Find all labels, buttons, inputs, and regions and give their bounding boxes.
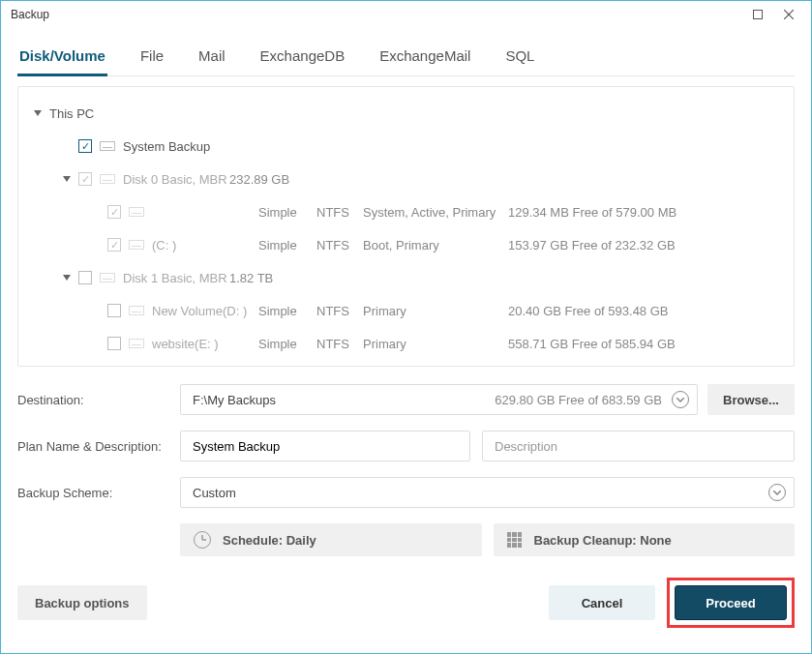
disk-icon <box>129 339 144 348</box>
tab-file[interactable]: File <box>138 42 165 75</box>
disk-icon <box>129 207 144 217</box>
checkbox-disk0-vol2[interactable] <box>107 238 121 252</box>
svg-rect-0 <box>754 11 763 19</box>
plan-name-row: Plan Name & Description: <box>17 431 795 461</box>
vol-name: (C: ) <box>152 238 258 253</box>
backup-scheme-field[interactable]: Custom <box>180 477 795 508</box>
collapse-icon[interactable] <box>61 272 73 283</box>
disk-icon <box>100 174 115 184</box>
checkbox-disk0[interactable] <box>78 172 92 186</box>
disk0-size: 232.89 GB <box>229 172 307 187</box>
vol-type: Simple <box>258 205 316 220</box>
maximize-button[interactable] <box>743 4 772 25</box>
disk-icon <box>129 306 144 315</box>
plan-name-label: Plan Name & Description: <box>17 439 180 454</box>
proceed-highlight: Proceed <box>667 578 795 628</box>
vol-free: 20.40 GB Free of 593.48 GB <box>508 304 784 318</box>
system-backup-label: System Backup <box>123 139 210 154</box>
disk-icon <box>129 240 144 250</box>
backup-options-button[interactable]: Backup options <box>17 585 147 620</box>
tab-exchangemail[interactable]: ExchangeMail <box>377 42 472 75</box>
vol-name: New Volume(D: ) <box>152 304 258 318</box>
vol-type: Simple <box>258 304 316 318</box>
disk-icon <box>100 273 115 282</box>
vol-fs: NTFS <box>316 205 363 220</box>
schedule-label: Schedule: Daily <box>223 533 316 548</box>
destination-free-space: 629.80 GB Free of 683.59 GB <box>495 393 662 407</box>
tree-node-disk0[interactable]: Disk 0 Basic, MBR 232.89 GB <box>32 163 784 195</box>
tab-mail[interactable]: Mail <box>196 42 227 75</box>
titlebar: Backup <box>1 1 811 28</box>
proceed-button[interactable]: Proceed <box>675 585 787 620</box>
plan-description-input[interactable] <box>482 431 795 461</box>
tree-node-disk1[interactable]: Disk 1 Basic, MBR 1.82 TB <box>32 261 784 294</box>
window-title: Backup <box>11 8 49 21</box>
calendar-icon <box>507 532 523 548</box>
checkbox-disk1-vol2[interactable] <box>107 337 121 350</box>
footer: Backup options Cancel Proceed <box>17 578 795 628</box>
schedule-cleanup-row: Schedule: Daily Backup Cleanup: None <box>180 523 795 556</box>
tree-node-system-backup[interactable]: System Backup <box>32 130 784 163</box>
titlebar-controls <box>743 4 803 25</box>
collapse-icon[interactable] <box>61 173 73 185</box>
destination-row: Destination: F:\My Backups 629.80 GB Fre… <box>17 384 795 415</box>
schedule-button[interactable]: Schedule: Daily <box>180 523 482 556</box>
backup-window: Backup Disk/Volume File Mail ExchangeDB … <box>0 0 812 654</box>
browse-button[interactable]: Browse... <box>707 384 795 415</box>
source-tree-scroll[interactable]: This PC System Backup Disk 0 Basic, MBR … <box>18 87 794 366</box>
clock-icon <box>194 531 211 549</box>
vol-free: 153.97 GB Free of 232.32 GB <box>508 238 784 253</box>
destination-value: F:\My Backups <box>193 393 276 407</box>
vol-free: 558.71 GB Free of 585.94 GB <box>508 337 784 351</box>
tree-node-disk1-vol2[interactable]: website(E: ) Simple NTFS Primary 558.71 … <box>32 327 784 360</box>
collapse-icon[interactable] <box>32 107 44 119</box>
plan-name-input[interactable] <box>180 431 470 461</box>
vol-desc: Primary <box>363 304 508 318</box>
cancel-button[interactable]: Cancel <box>549 585 655 620</box>
checkbox-disk1-vol1[interactable] <box>107 304 121 317</box>
tab-sql[interactable]: SQL <box>503 42 536 75</box>
chevron-down-icon[interactable] <box>672 391 689 408</box>
tree-node-disk1-vol3[interactable]: New Volume(F: ) Simple NTFS Primary 629.… <box>32 360 784 366</box>
disk-icon <box>100 141 115 151</box>
tab-disk-volume[interactable]: Disk/Volume <box>17 42 107 76</box>
vol-fs: NTFS <box>316 238 363 253</box>
destination-field[interactable]: F:\My Backups 629.80 GB Free of 683.59 G… <box>180 384 698 415</box>
checkbox-disk1[interactable] <box>78 271 92 284</box>
vol-fs: NTFS <box>316 337 363 351</box>
chevron-down-icon[interactable] <box>768 484 786 501</box>
disk0-name: Disk 0 Basic, MBR <box>123 172 229 187</box>
backup-scheme-label: Backup Scheme: <box>17 486 180 500</box>
tree-node-disk0-vol2[interactable]: (C: ) Simple NTFS Boot, Primary 153.97 G… <box>32 228 784 261</box>
maximize-icon <box>753 10 763 19</box>
backup-scheme-row: Backup Scheme: Custom <box>17 477 795 508</box>
checkbox-disk0-vol1[interactable] <box>107 205 121 219</box>
svg-marker-4 <box>63 176 71 182</box>
tree-node-this-pc[interactable]: This PC <box>32 97 784 130</box>
backup-scheme-value: Custom <box>193 486 236 500</box>
checkbox-system-backup[interactable] <box>78 139 92 153</box>
svg-marker-3 <box>34 110 42 116</box>
disk1-name: Disk 1 Basic, MBR <box>123 271 229 285</box>
vol-desc: Boot, Primary <box>363 238 508 253</box>
tabs: Disk/Volume File Mail ExchangeDB Exchang… <box>17 42 795 76</box>
tree-node-disk0-vol1[interactable]: Simple NTFS System, Active, Primary 129.… <box>32 195 784 228</box>
backup-cleanup-button[interactable]: Backup Cleanup: None <box>494 523 796 556</box>
vol-desc: System, Active, Primary <box>363 205 508 220</box>
vol-name: website(E: ) <box>152 337 258 351</box>
vol-type: Simple <box>258 337 316 351</box>
vol-type: Simple <box>258 238 316 253</box>
cleanup-label: Backup Cleanup: None <box>534 533 672 548</box>
vol-fs: NTFS <box>316 304 363 318</box>
tree-node-disk1-vol1[interactable]: New Volume(D: ) Simple NTFS Primary 20.4… <box>32 294 784 327</box>
destination-label: Destination: <box>17 393 180 407</box>
close-button[interactable] <box>774 4 803 25</box>
this-pc-label: This PC <box>49 106 94 121</box>
svg-marker-5 <box>63 275 71 281</box>
tab-exchangedb[interactable]: ExchangeDB <box>258 42 347 75</box>
close-icon <box>784 10 794 19</box>
source-tree: This PC System Backup Disk 0 Basic, MBR … <box>17 86 795 367</box>
vol-free: 129.34 MB Free of 579.00 MB <box>508 205 784 220</box>
vol-desc: Primary <box>363 337 508 351</box>
disk1-size: 1.82 TB <box>229 271 307 285</box>
